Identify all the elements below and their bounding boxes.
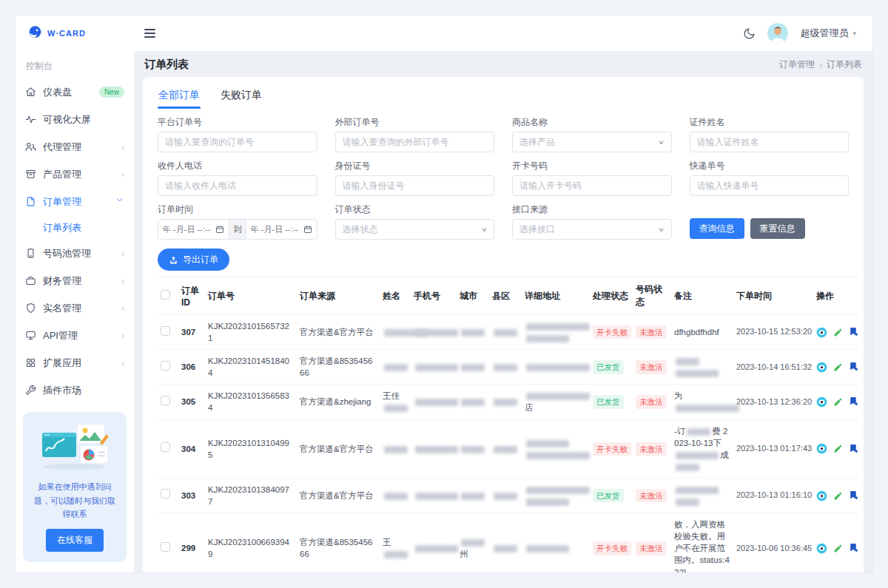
- sidebar-item-wrench[interactable]: 插件市场: [16, 376, 134, 404]
- column-header: 手机号: [411, 277, 457, 315]
- redacted-text: [526, 487, 590, 494]
- export-row-icon[interactable]: [849, 444, 858, 454]
- redacted-text: [494, 493, 517, 500]
- export-row-icon[interactable]: [849, 396, 858, 407]
- order-status-select[interactable]: 选择状态∨: [335, 219, 495, 240]
- row-checkbox[interactable]: [161, 361, 170, 371]
- chevron-down-icon: ∨: [658, 139, 665, 146]
- id-number-input[interactable]: [335, 175, 495, 196]
- search-button[interactable]: 查询信息: [690, 218, 744, 239]
- breadcrumb-item-order-list: 订单列表: [827, 58, 862, 71]
- export-row-icon[interactable]: [849, 543, 858, 553]
- end-date-input[interactable]: 年 -月-日 --:--: [246, 220, 317, 239]
- sidebar-subitem-order-list[interactable]: 订单列表: [16, 215, 134, 240]
- edit-icon[interactable]: [833, 491, 843, 501]
- row-checkbox[interactable]: [161, 326, 170, 336]
- redacted-text: [676, 405, 739, 412]
- reset-button[interactable]: 重置信息: [750, 218, 805, 239]
- view-icon[interactable]: [816, 490, 827, 501]
- phone: [411, 513, 457, 572]
- recipient-phone-input: 收件人电话: [158, 160, 317, 196]
- menu-toggle-button[interactable]: [144, 29, 155, 38]
- tab-failed-orders[interactable]: 失败订单: [220, 84, 263, 109]
- export-row-icon[interactable]: [849, 490, 858, 501]
- product-select[interactable]: 选择产品∨: [512, 132, 672, 152]
- row-checkbox[interactable]: [161, 542, 170, 552]
- content-area: 订单列表 订单管理 › 订单列表 全部订单 失败订单 平台订单号外部订单号商品名…: [134, 51, 872, 572]
- edit-icon[interactable]: [833, 362, 843, 372]
- order-list-card: 全部订单 失败订单 平台订单号外部订单号商品名称选择产品∨证件姓名收件人电话身份…: [143, 77, 864, 572]
- support-card: 如果在使用中遇到问题，可以随时与我们取得联系 在线客服: [23, 412, 127, 562]
- breadcrumb: 订单管理 › 订单列表: [779, 58, 862, 71]
- moon-icon[interactable]: [743, 27, 756, 40]
- table-row: 299KJKJ20231006693949官方渠道&853545666王州开卡失…: [158, 513, 858, 572]
- view-icon[interactable]: [816, 362, 827, 373]
- card-number-input[interactable]: [512, 175, 672, 196]
- sidebar-item-label: 仪表盘: [43, 86, 72, 99]
- edit-icon[interactable]: [833, 328, 843, 337]
- view-icon[interactable]: [816, 443, 827, 454]
- platform-order-no-input[interactable]: [158, 132, 317, 152]
- remark: dfhgbdfhdhf: [671, 315, 733, 350]
- sidebar-item-label: 产品管理: [43, 168, 81, 181]
- avatar[interactable]: [767, 23, 788, 44]
- select-all-checkbox[interactable]: [161, 290, 170, 300]
- view-icon[interactable]: [816, 396, 827, 408]
- sidebar-item-file[interactable]: 订单管理﹀: [16, 188, 134, 215]
- column-header: 城市: [457, 277, 489, 315]
- view-icon[interactable]: [816, 327, 827, 338]
- order-id: 303: [178, 478, 205, 513]
- sidebar-item-monitor[interactable]: API管理›: [16, 322, 134, 349]
- tab-all-orders[interactable]: 全部订单: [158, 84, 201, 109]
- order-status-select: 订单状态选择状态∨: [335, 203, 495, 240]
- recipient-phone-input[interactable]: [158, 175, 317, 196]
- export-row-icon[interactable]: [849, 362, 858, 372]
- view-icon[interactable]: [816, 543, 827, 554]
- external-order-no-input[interactable]: [335, 132, 495, 152]
- logo-text: W·CARD: [47, 29, 86, 38]
- breadcrumb-item-order-management[interactable]: 订单管理: [779, 58, 815, 71]
- user-name[interactable]: 超级管理员: [800, 27, 848, 40]
- redacted-text: [687, 428, 710, 436]
- county: [489, 315, 522, 350]
- sidebar-item-shield[interactable]: 实名管理›: [16, 294, 134, 322]
- sidebar-item-home[interactable]: 仪表盘New: [16, 78, 134, 106]
- chevron-down-icon: ▾: [852, 30, 856, 37]
- phone: [411, 315, 457, 350]
- recipient-name: [380, 315, 411, 350]
- sidebar-item-grid[interactable]: 扩展应用›: [16, 349, 134, 376]
- tracking-number-input[interactable]: [690, 175, 850, 196]
- redacted-text: [461, 446, 485, 453]
- product-select: 商品名称选择产品∨: [512, 116, 672, 152]
- online-support-button[interactable]: 在线客服: [46, 529, 104, 552]
- city: [457, 419, 489, 478]
- row-checkbox[interactable]: [161, 489, 170, 499]
- edit-icon[interactable]: [833, 444, 843, 453]
- row-checkbox[interactable]: [161, 442, 170, 452]
- tabs: 全部订单 失败订单: [158, 84, 849, 109]
- edit-icon[interactable]: [833, 544, 843, 553]
- export-orders-button[interactable]: 导出订单: [158, 249, 229, 271]
- export-row-icon[interactable]: [849, 327, 858, 337]
- id-name-input[interactable]: [690, 132, 850, 152]
- row-checkbox[interactable]: [161, 396, 170, 405]
- sidebar-item-sim[interactable]: 号码池管理›: [16, 240, 134, 267]
- column-header: 姓名: [380, 277, 411, 315]
- field-label: 证件姓名: [690, 116, 850, 129]
- sidebar-menu: 仪表盘New可视化大屏代理管理›产品管理›订单管理﹀订单列表号码池管理›财务管理…: [16, 78, 134, 405]
- number-status-badge: 未激活: [636, 541, 667, 555]
- sidebar-item-users[interactable]: 代理管理›: [16, 133, 134, 160]
- field-label: 订单状态: [335, 203, 495, 216]
- sidebar-item-pulse[interactable]: 可视化大屏: [16, 106, 134, 133]
- api-source-select[interactable]: 选择接口∨: [512, 219, 672, 240]
- field-label: 外部订单号: [335, 116, 495, 129]
- order-time-range[interactable]: 年 -月-日 --:--到年 -月-日 --:--: [158, 219, 317, 240]
- sidebar-item-briefcase[interactable]: 财务管理›: [16, 267, 134, 294]
- edit-icon[interactable]: [833, 397, 843, 407]
- field-label: 开卡号码: [512, 160, 672, 172]
- order-source: 官方渠道&853545666: [297, 350, 380, 385]
- start-date-input[interactable]: 年 -月-日 --:--: [158, 220, 229, 239]
- sidebar-item-sliders[interactable]: 系统配置: [16, 404, 134, 405]
- sidebar-item-box[interactable]: 产品管理›: [16, 160, 134, 188]
- home-icon: [25, 87, 36, 98]
